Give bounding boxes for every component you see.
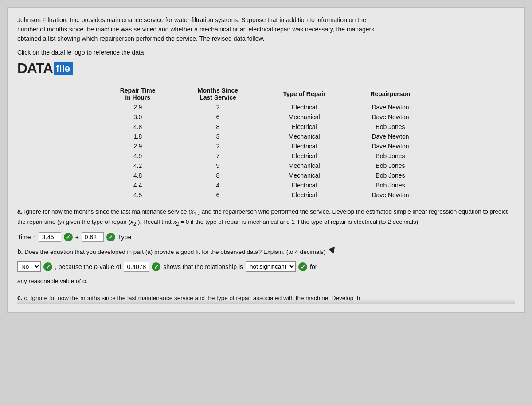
months-cell: 6 — [176, 112, 260, 122]
part-b-label: b. — [17, 248, 23, 255]
repair-time-cell: 4.2 — [100, 161, 176, 171]
table-row: 3.0 6 Mechanical Dave Newton — [100, 112, 432, 122]
data-table-container: Repair Time in Hours Months Since Last S… — [100, 86, 432, 200]
part-a-section: a. Ignore for now the months since the l… — [17, 207, 515, 228]
plus-label: + — [75, 234, 79, 241]
months-cell: 6 — [176, 190, 260, 200]
col2-header: Months Since Last Service — [176, 86, 260, 102]
file-label: file — [54, 62, 73, 75]
table-row: 2.9 2 Electrical Dave Newton — [100, 102, 432, 112]
person-cell: Dave Newton — [348, 102, 432, 112]
data-label: DATA — [17, 60, 53, 77]
table-row: 4.5 6 Electrical Dave Newton — [100, 190, 432, 200]
time-label: Time = — [17, 234, 36, 241]
repair-time-cell: 2.9 — [100, 102, 176, 112]
datafile-logo[interactable]: DATA file — [17, 60, 73, 77]
coeff2-value: 0.62 — [82, 232, 104, 242]
months-cell: 2 — [176, 141, 260, 151]
table-row: 4.8 8 Electrical Bob Jones — [100, 122, 432, 132]
check-icon-2 — [106, 233, 115, 241]
person-cell: Bob Jones — [348, 180, 432, 190]
part-a-answer: Time = 3.45 + 0.62 Type — [17, 232, 515, 242]
person-cell: Dave Newton — [348, 190, 432, 200]
type-cell: Electrical — [260, 122, 348, 132]
type-cell: Electrical — [260, 141, 348, 151]
type-cell: Mechanical — [260, 132, 348, 141]
repair-time-cell: 4.5 — [100, 190, 176, 200]
repair-time-cell: 4.9 — [100, 151, 176, 161]
alpha-text: any reasonable value of α. — [17, 277, 515, 286]
part-b-answer: No Yes , because the p-value of 0.4078 s… — [17, 261, 515, 272]
type-cell: Mechanical — [260, 112, 348, 122]
for-text: for — [310, 263, 317, 270]
type-cell: Electrical — [260, 180, 348, 190]
months-cell: 9 — [176, 161, 260, 171]
main-page: Johnson Filtration, Inc. provides mainte… — [7, 7, 525, 313]
part-b-section: b. Does the equation that you developed … — [17, 247, 515, 257]
type-cell: Electrical — [260, 102, 348, 112]
months-cell: 8 — [176, 171, 260, 180]
intro-paragraph: Johnson Filtration, Inc. provides mainte… — [17, 16, 515, 43]
table-row: 4.4 4 Electrical Bob Jones — [100, 180, 432, 190]
part-c-section: c. c. Ignore for now the months since th… — [17, 291, 515, 304]
part-a-label: a. — [17, 208, 23, 215]
person-cell: Dave Newton — [348, 141, 432, 151]
months-cell: 4 — [176, 180, 260, 190]
type-label: Type — [118, 234, 131, 241]
repair-time-cell: 2.9 — [100, 141, 176, 151]
person-cell: Dave Newton — [348, 112, 432, 122]
col4-header: Repairperson — [348, 86, 432, 102]
person-cell: Dave Newton — [348, 132, 432, 141]
check-icon-3 — [43, 262, 52, 271]
coeff1-value: 3.45 — [39, 232, 61, 242]
person-cell: Bob Jones — [348, 171, 432, 180]
repair-time-cell: 3.0 — [100, 112, 176, 122]
shows-text: shows that the relationship is — [163, 263, 243, 270]
intro-text-2: number of months since the machine was s… — [17, 26, 374, 33]
intro-text-1: Johnson Filtration, Inc. provides mainte… — [17, 16, 366, 23]
repair-time-cell: 4.4 — [100, 180, 176, 190]
col1-header: Repair Time in Hours — [100, 86, 176, 102]
repair-time-cell: 4.8 — [100, 171, 176, 180]
because-text: , because the p-value of — [55, 263, 121, 270]
months-cell: 3 — [176, 132, 260, 141]
part-b-text: Does the equation that you developed in … — [24, 249, 325, 255]
person-cell: Bob Jones — [348, 122, 432, 132]
check-icon-4 — [152, 262, 160, 271]
table-row: 4.8 8 Mechanical Bob Jones — [100, 171, 432, 180]
table-row: 4.9 7 Electrical Bob Jones — [100, 151, 432, 161]
months-cell: 7 — [176, 151, 260, 161]
table-row: 4.2 9 Mechanical Bob Jones — [100, 161, 432, 171]
months-cell: 8 — [176, 122, 260, 132]
type-cell: Mechanical — [260, 161, 348, 171]
months-cell: 2 — [176, 102, 260, 112]
col3-header: Type of Repair — [260, 86, 348, 102]
significance-select[interactable]: not significant significant — [246, 261, 296, 272]
part-c-text: c. Ignore for now the months since the l… — [24, 295, 360, 301]
check-icon-5 — [298, 262, 307, 271]
type-cell: Electrical — [260, 190, 348, 200]
repair-time-cell: 4.8 — [100, 122, 176, 132]
check-icon-1 — [64, 233, 73, 241]
type-cell: Electrical — [260, 151, 348, 161]
click-instruction: Click on the datafile logo to reference … — [17, 49, 515, 56]
type-cell: Mechanical — [260, 171, 348, 180]
part-c-label: c. — [17, 294, 23, 301]
table-row: 1.8 3 Mechanical Dave Newton — [100, 132, 432, 141]
table-row: 2.9 2 Electrical Dave Newton — [100, 141, 432, 151]
pvalue-field: 0.4078 — [124, 262, 149, 272]
answer-select[interactable]: No Yes — [17, 261, 41, 272]
cursor-icon — [328, 247, 337, 255]
intro-text-3: obtained a list showing which repairpers… — [17, 35, 265, 42]
part-a-text: Ignore for now the months since the last… — [17, 208, 508, 225]
repair-time-cell: 1.8 — [100, 132, 176, 141]
person-cell: Bob Jones — [348, 151, 432, 161]
data-table: Repair Time in Hours Months Since Last S… — [100, 86, 432, 200]
person-cell: Bob Jones — [348, 161, 432, 171]
